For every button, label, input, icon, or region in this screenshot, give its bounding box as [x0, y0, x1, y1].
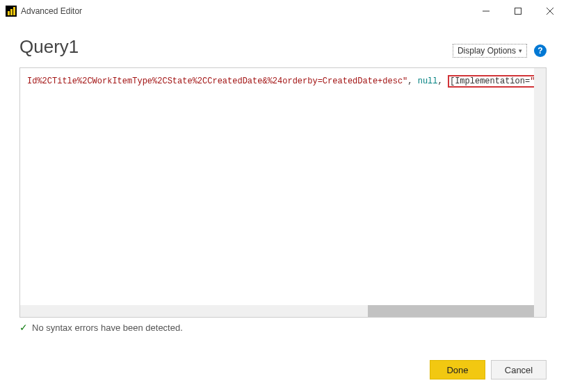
window-controls — [470, 0, 566, 22]
code-string-tail: Id%2CTitle%2CWorkItemType%2CState%2CCrea… — [27, 76, 407, 86]
horizontal-scrollbar-track[interactable] — [20, 305, 534, 317]
close-button[interactable] — [534, 0, 566, 22]
chevron-down-icon: ▾ — [519, 47, 522, 54]
code-content[interactable]: Id%2CTitle%2CWorkItemType%2CState%2CCrea… — [20, 68, 546, 317]
powerbi-icon — [6, 6, 17, 17]
code-highlight-box: [Implementation="2.0"]) — [448, 75, 546, 88]
display-options-label: Display Options — [458, 46, 516, 56]
code-sep2: , — [438, 76, 448, 86]
display-options-dropdown[interactable]: Display Options ▾ — [453, 44, 527, 58]
check-icon: ✓ — [19, 322, 28, 333]
code-null: null — [418, 76, 438, 86]
horizontal-scrollbar-thumb[interactable] — [368, 305, 535, 317]
query-name-title: Query1 — [19, 36, 79, 58]
done-button[interactable]: Done — [430, 360, 485, 379]
header-right: Display Options ▾ ? — [453, 44, 547, 58]
code-sep1: , — [407, 76, 417, 86]
footer-buttons: Done Cancel — [430, 360, 547, 379]
titlebar-left: Advanced Editor — [6, 6, 470, 17]
cancel-button[interactable]: Cancel — [491, 360, 547, 379]
scroll-corner — [534, 305, 546, 317]
minimize-button[interactable] — [470, 0, 502, 22]
header-row: Query1 Display Options ▾ ? — [0, 22, 566, 62]
code-editor[interactable]: Id%2CTitle%2CWorkItemType%2CState%2CCrea… — [19, 67, 547, 318]
window-titlebar: Advanced Editor — [0, 0, 566, 22]
status-row: ✓ No syntax errors have been detected. — [0, 318, 566, 333]
status-message: No syntax errors have been detected. — [32, 322, 183, 333]
svg-rect-1 — [515, 8, 521, 15]
maximize-button[interactable] — [502, 0, 534, 22]
code-key: Implementation — [455, 76, 525, 86]
window-title: Advanced Editor — [21, 6, 82, 16]
vertical-scrollbar[interactable] — [534, 68, 546, 305]
help-icon[interactable]: ? — [534, 44, 547, 57]
